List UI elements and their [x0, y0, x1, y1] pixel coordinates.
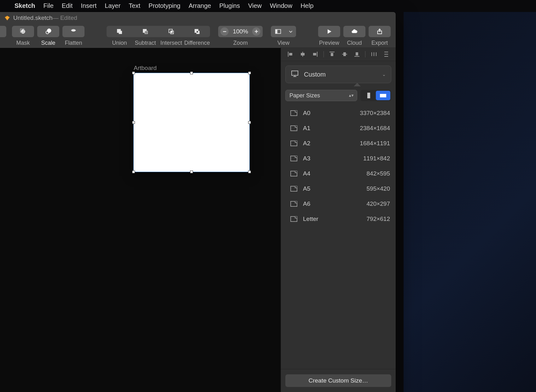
preview-button[interactable]	[318, 26, 340, 37]
document-title: Untitled.sketch	[13, 14, 53, 21]
size-row-a6[interactable]: A6420×297	[281, 196, 396, 211]
size-dims: 1191×842	[363, 155, 390, 162]
size-row-a5[interactable]: A5595×420	[281, 181, 396, 196]
cloud-label: Cloud	[347, 40, 362, 46]
flatten-label: Flatten	[65, 40, 82, 46]
page-icon	[290, 141, 297, 146]
menu-text[interactable]: Text	[129, 2, 140, 9]
svg-marker-18	[328, 30, 331, 34]
orientation-portrait-button[interactable]	[361, 91, 376, 100]
flatten-button[interactable]	[62, 26, 84, 37]
separator	[323, 51, 324, 57]
resize-handle-s[interactable]	[190, 170, 193, 173]
svg-rect-35	[376, 52, 376, 56]
resize-handle-n[interactable]	[190, 72, 193, 74]
resize-handle-w[interactable]	[132, 121, 135, 124]
align-left-button[interactable]	[286, 50, 294, 58]
size-dims: 842×595	[367, 170, 390, 177]
menu-help[interactable]: Help	[300, 2, 313, 9]
distribute-v-button[interactable]	[382, 50, 390, 58]
size-dims: 595×420	[367, 185, 390, 192]
page-icon	[290, 156, 297, 161]
svg-rect-37	[384, 54, 388, 55]
align-hcenter-button[interactable]	[299, 50, 307, 58]
distribute-h-button[interactable]	[370, 50, 378, 58]
size-dims: 1684×1191	[360, 140, 390, 147]
align-vcenter-button[interactable]	[341, 50, 349, 58]
size-category-dropdown[interactable]: Paper Sizes ▲▼	[285, 90, 357, 101]
macos-menubar: Sketch File Edit Insert Layer Text Proto…	[0, 0, 536, 11]
size-row-letter[interactable]: Letter792×612	[281, 211, 396, 227]
size-row-a1[interactable]: A12384×1684	[281, 121, 396, 136]
menu-view[interactable]: View	[248, 2, 262, 9]
size-row-a2[interactable]: A21684×1191	[281, 136, 396, 151]
scale-button[interactable]	[37, 26, 59, 37]
page-icon	[290, 216, 297, 222]
orientation-landscape-button[interactable]	[376, 91, 390, 100]
menu-insert[interactable]: Insert	[81, 2, 96, 9]
svg-rect-33	[371, 52, 372, 56]
size-row-a0[interactable]: A03370×2384	[281, 106, 396, 121]
size-name: Letter	[303, 216, 318, 222]
window-titlebar[interactable]: Untitled.sketch — Edited	[0, 12, 396, 24]
zoom-label: Zoom	[233, 40, 248, 46]
align-bottom-button[interactable]	[353, 50, 361, 58]
menu-file[interactable]: File	[44, 2, 54, 9]
resize-handle-sw[interactable]	[132, 170, 135, 173]
svg-rect-38	[384, 56, 388, 57]
svg-rect-21	[288, 52, 288, 57]
page-icon	[290, 171, 297, 176]
zoom-in-button[interactable]: +	[252, 27, 260, 36]
export-button[interactable]	[369, 26, 391, 37]
menu-edit[interactable]: Edit	[62, 2, 73, 9]
svg-rect-36	[384, 52, 388, 52]
svg-rect-25	[317, 52, 318, 57]
size-row-a3[interactable]: A31191×842	[281, 151, 396, 166]
create-custom-size-button[interactable]: Create Custom Size…	[285, 374, 391, 387]
difference-button[interactable]	[184, 26, 210, 37]
svg-rect-28	[331, 53, 333, 56]
menu-layer[interactable]: Layer	[105, 2, 120, 9]
union-button[interactable]	[107, 26, 132, 37]
intersect-button[interactable]	[158, 26, 184, 37]
artboard-preset-label: Custom	[304, 71, 326, 78]
artboard-preset-select[interactable]: Custom ⌄	[285, 66, 391, 83]
cloud-button[interactable]	[343, 26, 365, 37]
align-right-button[interactable]	[311, 50, 319, 58]
export-label: Export	[371, 40, 388, 46]
size-category-label: Paper Sizes	[289, 92, 320, 99]
view-mode-button[interactable]	[271, 26, 285, 37]
svg-rect-9	[145, 31, 148, 34]
zoom-value: 100%	[231, 28, 250, 35]
resize-handle-se[interactable]	[248, 170, 251, 173]
size-name: A1	[303, 125, 310, 132]
menu-arrange[interactable]: Arrange	[189, 2, 211, 9]
mask-button[interactable]	[12, 26, 34, 37]
menu-prototyping[interactable]: Prototyping	[149, 2, 180, 9]
subtract-button[interactable]	[132, 26, 158, 37]
artboard[interactable]	[134, 73, 249, 172]
svg-point-5	[47, 29, 51, 33]
svg-rect-7	[119, 31, 122, 34]
app-menu[interactable]: Sketch	[15, 2, 35, 9]
svg-rect-22	[289, 53, 292, 55]
size-dims: 3370×2384	[360, 110, 390, 117]
page-icon	[290, 186, 297, 192]
resize-handle-e[interactable]	[248, 121, 251, 124]
view-menu-button[interactable]	[285, 26, 296, 37]
resize-handle-ne[interactable]	[248, 72, 251, 74]
menu-plugins[interactable]: Plugins	[219, 2, 240, 9]
align-top-button[interactable]	[328, 50, 336, 58]
size-name: A6	[303, 200, 310, 207]
size-row-a4[interactable]: A4842×595	[281, 166, 396, 181]
artboard-label[interactable]: Artboard	[134, 65, 157, 72]
svg-rect-24	[301, 53, 305, 55]
svg-rect-27	[329, 52, 335, 52]
difference-label: Difference	[184, 40, 210, 46]
zoom-out-button[interactable]: −	[220, 27, 229, 36]
rotate-button[interactable]	[0, 26, 6, 37]
svg-rect-26	[313, 53, 316, 55]
document-edited-indicator: — Edited	[53, 14, 77, 21]
menu-window[interactable]: Window	[270, 2, 292, 9]
resize-handle-nw[interactable]	[132, 72, 135, 74]
